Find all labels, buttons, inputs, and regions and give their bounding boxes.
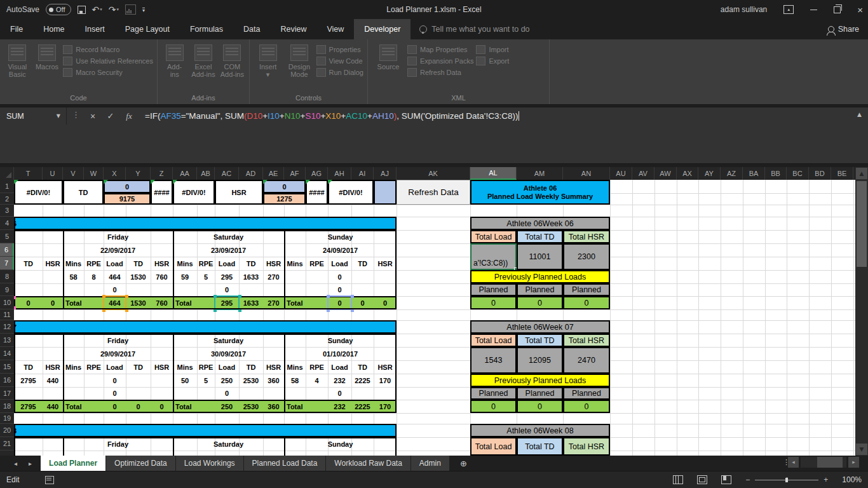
column-header-T[interactable]: T (14, 167, 43, 180)
sheet-tab-workload-raw-data[interactable]: Workload Raw Data (326, 456, 411, 471)
cell[interactable]: 0 (517, 296, 563, 309)
cell[interactable]: 0 (563, 400, 610, 413)
cell[interactable]: Athlete 06Week 08 (470, 424, 610, 437)
column-header-AC[interactable]: AC (215, 167, 239, 180)
cell[interactable]: Total TD (517, 334, 563, 347)
close-button[interactable]: × (857, 5, 863, 15)
ribbon-tab-view[interactable]: View (316, 19, 354, 39)
column-header-W[interactable]: W (84, 167, 104, 180)
autosave-toggle[interactable]: Off (46, 4, 71, 15)
column-header-AL[interactable]: AL (470, 167, 517, 180)
row-header-20[interactable]: 20 (0, 424, 14, 437)
cell[interactable]: Total HSR (563, 334, 610, 347)
relative-references-button[interactable]: Use Relative References (63, 57, 153, 65)
formula-input[interactable]: =IF(AF35="Manual", SUM(D10+I10+N10+S10+X… (145, 107, 519, 125)
cell[interactable]: Previously Planned Loads (470, 270, 610, 283)
insert-control-button[interactable]: Insert▾ (254, 43, 282, 78)
sheet-tab-load-workings[interactable]: Load Workings (176, 456, 244, 471)
ribbon-tab-home[interactable]: Home (33, 19, 74, 39)
cell[interactable]: Total TD (517, 230, 563, 243)
cell[interactable]: #DIV/0! (14, 180, 63, 205)
sheet-tab-optimized-data[interactable]: Optimized Data (106, 456, 176, 471)
name-box[interactable]: SUM ▼ (0, 107, 67, 125)
cell[interactable]: 0 (563, 296, 610, 309)
column-header-AV[interactable]: AV (632, 167, 654, 180)
visual-basic-button[interactable]: VisualBasic (4, 43, 31, 78)
record-macro-button[interactable]: Record Macro (63, 45, 153, 54)
column-header-BD[interactable]: BD (809, 167, 831, 180)
cell[interactable]: Total HSR (563, 437, 610, 456)
column-header-U[interactable]: U (43, 167, 63, 180)
sheet-tab-planned-load-data[interactable]: Planned Load Data (244, 456, 327, 471)
column-header-V[interactable]: V (63, 167, 84, 180)
row-header-3[interactable]: 3 (0, 205, 14, 217)
row-header-21[interactable]: 21 (0, 437, 14, 451)
share-button[interactable]: Share (828, 19, 859, 39)
ribbon-display-options-button[interactable]: ▴ (783, 5, 794, 14)
cell[interactable]: 0 (470, 400, 517, 413)
select-all-corner[interactable] (0, 167, 14, 180)
cell[interactable]: 7 (14, 320, 397, 334)
customize-qat-button[interactable]: ▾ (142, 8, 145, 13)
cell[interactable]: Total Load (470, 230, 517, 243)
row-header-4[interactable]: 4 (0, 217, 14, 230)
ribbon-tab-review[interactable]: Review (270, 19, 316, 39)
ribbon-tab-formulas[interactable]: Formulas (180, 19, 233, 39)
scroll-right-icon[interactable]: ▸ (848, 457, 859, 468)
cell[interactable]: 0 (263, 180, 306, 193)
row-header-1[interactable]: 1 (0, 180, 14, 193)
cell[interactable]: Previously Planned Loads (470, 374, 610, 387)
scroll-down-icon[interactable]: ▼ (856, 444, 867, 455)
column-header-BB[interactable]: BB (765, 167, 787, 180)
column-header-BC[interactable]: BC (787, 167, 809, 180)
column-header-AF[interactable]: AF (284, 167, 306, 180)
ribbon-tab-data[interactable]: Data (233, 19, 270, 39)
cell[interactable]: 1543 (470, 347, 517, 374)
zoom-slider-thumb[interactable] (785, 478, 788, 482)
row-header-17[interactable]: 17 (0, 387, 14, 400)
ribbon-tab-developer[interactable]: Developer (354, 19, 410, 39)
column-header-AM[interactable]: AM (517, 167, 563, 180)
user-name[interactable]: adam sullivan (721, 5, 767, 14)
column-header-AJ[interactable]: AJ (374, 167, 397, 180)
import-button[interactable]: Import (476, 45, 509, 54)
page-layout-view-icon[interactable] (697, 475, 707, 484)
cell[interactable]: Total Load (470, 437, 517, 456)
ribbon-tab-insert[interactable]: Insert (75, 19, 115, 39)
row-header-14[interactable]: 14 (0, 347, 14, 360)
cell[interactable]: Planned (517, 387, 563, 400)
column-header-AI[interactable]: AI (351, 167, 374, 180)
design-mode-button[interactable]: DesignMode (285, 43, 313, 78)
new-sheet-button[interactable]: ⊕ (450, 456, 477, 471)
run-dialog-button[interactable]: Run Dialog (316, 68, 363, 77)
vertical-scrollbar[interactable]: ▲ ▼ (855, 167, 868, 456)
column-header-AZ[interactable]: AZ (721, 167, 743, 180)
cell[interactable]: Planned (563, 283, 610, 296)
horizontal-scrollbar[interactable]: ◂ ▸ (788, 456, 859, 468)
scroll-left-icon[interactable]: ◂ (788, 457, 799, 468)
cell[interactable]: Total HSR (563, 230, 610, 243)
page-break-preview-icon[interactable] (721, 475, 731, 484)
row-header-2[interactable]: 2 (0, 193, 14, 205)
cell[interactable]: TD (63, 180, 104, 205)
column-header-AN[interactable]: AN (563, 167, 610, 180)
confirm-entry-button[interactable]: ✓ (102, 107, 119, 125)
normal-view-icon[interactable] (673, 475, 683, 484)
column-header-AD[interactable]: AD (239, 167, 263, 180)
cell[interactable]: #DIV/0! (328, 180, 374, 205)
macros-button[interactable]: Macros (34, 43, 61, 71)
row-header-19[interactable]: 19 (0, 413, 14, 424)
macro-recording-icon[interactable] (45, 476, 54, 484)
row-header-16[interactable]: 16 (0, 374, 14, 387)
cell[interactable]: 6 (14, 217, 397, 230)
minimize-button[interactable] (810, 9, 817, 10)
redo-button[interactable]: ↷▾ (109, 4, 119, 15)
cell[interactable]: #DIV/0! (173, 180, 215, 205)
column-header-BA[interactable]: BA (743, 167, 765, 180)
column-header-BE[interactable]: BE (831, 167, 853, 180)
add-ins-button[interactable]: Add-ins (161, 43, 187, 78)
macro-security-button[interactable]: Macro Security (63, 68, 153, 77)
cell[interactable]: 12095 (517, 347, 563, 374)
excel-add-ins-button[interactable]: ExcelAdd-ins (190, 43, 216, 78)
column-header-AE[interactable]: AE (263, 167, 284, 180)
